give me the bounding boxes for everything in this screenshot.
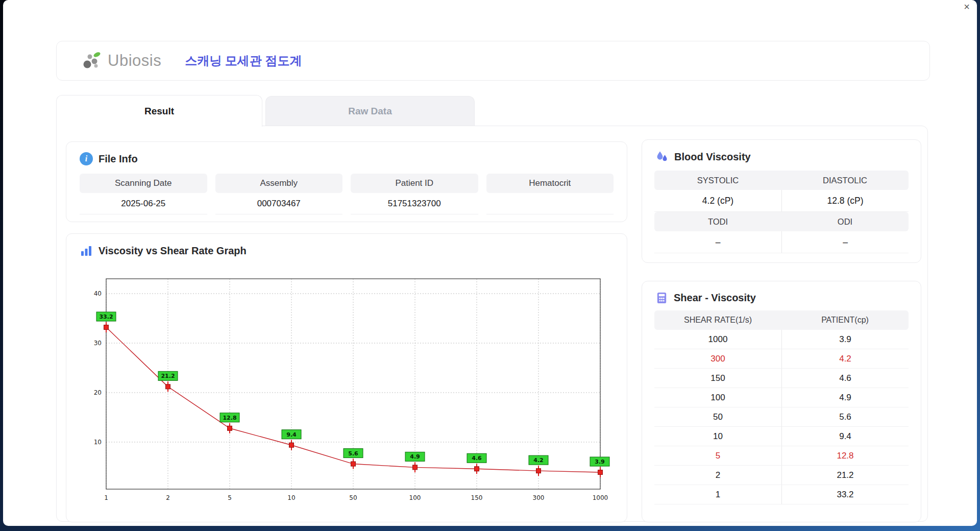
patient-value-cell: 12.8 xyxy=(781,446,909,466)
calculator-icon xyxy=(655,292,668,304)
shear-rate-cell: 2 xyxy=(654,466,781,485)
ubiosis-logo-icon xyxy=(80,50,104,71)
svg-text:3.9: 3.9 xyxy=(595,458,605,465)
blood-viscosity-title-text: Blood Viscosity xyxy=(674,151,751,163)
bv-value-cell: – xyxy=(654,231,781,253)
shear-table-row: 1504.6 xyxy=(654,369,909,388)
shear-viscosity-title-text: Shear - Viscosity xyxy=(674,292,756,304)
svg-text:10: 10 xyxy=(287,494,295,501)
field-label: Scanning Date xyxy=(80,174,207,193)
file-info-card: i File Info Scanning Date2025-06-25Assem… xyxy=(66,141,627,222)
viscosity-graph-card: Viscosity vs Shear Rate Graph 1020304012… xyxy=(66,233,627,522)
shear-rate-cell: 150 xyxy=(654,369,781,388)
shear-table-row: 512.8 xyxy=(654,446,909,466)
blood-viscosity-card: Blood Viscosity SYSTOLICDIASTOLIC4.2 (cP… xyxy=(642,139,921,263)
svg-text:33.2: 33.2 xyxy=(99,313,113,320)
bv-header-cell: DIASTOLIC xyxy=(781,171,909,190)
svg-text:150: 150 xyxy=(471,494,483,501)
bv-header-cell: TODI xyxy=(654,212,781,231)
field-label: Patient ID xyxy=(351,174,478,193)
blood-viscosity-row: TODIODI xyxy=(654,212,909,231)
svg-text:21.2: 21.2 xyxy=(161,373,175,379)
svg-text:12.8: 12.8 xyxy=(223,415,236,421)
field-label: Hematocrit xyxy=(486,174,614,193)
logo-text: Ubiosis xyxy=(108,52,161,70)
svg-text:4.9: 4.9 xyxy=(410,453,420,460)
blood-viscosity-title: Blood Viscosity xyxy=(642,140,921,163)
svg-text:100: 100 xyxy=(409,494,421,501)
svg-text:9.4: 9.4 xyxy=(286,431,297,438)
shear-rate-cell: 5 xyxy=(654,446,781,466)
bv-value-cell: 4.2 (cP) xyxy=(654,190,781,212)
shear-table-row: 505.6 xyxy=(654,407,909,427)
tab-raw-data[interactable]: Raw Data xyxy=(265,96,475,126)
file-info-field: Assembly000703467 xyxy=(215,174,343,214)
field-value: 000703467 xyxy=(215,193,343,214)
patient-value-cell: 3.9 xyxy=(781,330,909,349)
svg-text:4.2: 4.2 xyxy=(533,457,544,464)
shear-table-row: 3004.2 xyxy=(654,349,909,369)
page-title: 스캐닝 모세관 점도계 xyxy=(185,53,302,69)
droplets-icon xyxy=(655,150,669,163)
bv-value-cell: 12.8 (cP) xyxy=(781,190,909,212)
field-value: 2025-06-25 xyxy=(80,193,207,214)
shear-rate-cell: 10 xyxy=(654,427,781,446)
patient-value-cell: 5.6 xyxy=(781,407,909,427)
bar-chart-icon xyxy=(80,244,93,257)
shear-table-row: 109.4 xyxy=(654,427,909,446)
svg-text:5.6: 5.6 xyxy=(348,450,358,457)
patient-value-cell: 21.2 xyxy=(781,466,909,485)
svg-text:2: 2 xyxy=(166,494,170,501)
shear-rate-cell: 1000 xyxy=(654,330,781,349)
shear-table-header: SHEAR RATE(1/s) PATIENT(cp) xyxy=(654,310,909,330)
shear-rate-column-header: SHEAR RATE(1/s) xyxy=(654,310,781,330)
window-close-button[interactable]: × xyxy=(964,1,970,12)
file-info-field: Patient ID51751323700 xyxy=(351,174,478,214)
shear-viscosity-card: Shear - Viscosity SHEAR RATE(1/s) PATIEN… xyxy=(642,281,921,522)
tab-result[interactable]: Result xyxy=(56,95,262,127)
svg-text:10: 10 xyxy=(94,439,102,446)
file-info-title: i File Info xyxy=(66,142,627,165)
svg-text:4.6: 4.6 xyxy=(472,455,482,462)
patient-value-cell: 4.9 xyxy=(781,388,909,407)
viscosity-shear-rate-chart: 102030401251050100150300100033.221.212.8… xyxy=(80,267,610,506)
blood-viscosity-grid: SYSTOLICDIASTOLIC4.2 (cP)12.8 (cP)TODIOD… xyxy=(642,163,921,253)
field-value xyxy=(486,193,614,214)
app-window: × Ubiosis 스캐닝 모세관 점도계 Result Raw Data i … xyxy=(3,0,977,526)
svg-text:50: 50 xyxy=(349,494,357,501)
shear-rate-cell: 300 xyxy=(654,349,781,369)
blood-viscosity-row: 4.2 (cP)12.8 (cP) xyxy=(654,190,909,212)
bv-value-cell: – xyxy=(781,231,909,253)
svg-text:300: 300 xyxy=(533,494,545,501)
file-info-title-text: File Info xyxy=(99,153,138,165)
app-header: Ubiosis 스캐닝 모세관 점도계 xyxy=(56,41,930,81)
shear-rate-cell: 50 xyxy=(654,407,781,427)
shear-table-body: 10003.93004.21504.61004.9505.6109.4512.8… xyxy=(654,330,909,504)
file-info-field: Hematocrit xyxy=(486,174,614,214)
shear-rate-cell: 1 xyxy=(654,485,781,504)
shear-viscosity-table: SHEAR RATE(1/s) PATIENT(cp) 10003.93004.… xyxy=(642,304,921,504)
blood-viscosity-row: –– xyxy=(654,231,909,253)
patient-value-cell: 33.2 xyxy=(781,485,909,504)
svg-text:40: 40 xyxy=(94,290,102,297)
patient-value-cell: 4.2 xyxy=(781,349,909,369)
graph-title-text: Viscosity vs Shear Rate Graph xyxy=(99,245,247,257)
svg-text:1: 1 xyxy=(104,494,108,501)
patient-value-cell: 4.6 xyxy=(781,369,909,388)
graph-title: Viscosity vs Shear Rate Graph xyxy=(66,234,627,257)
result-tab-panel: i File Info Scanning Date2025-06-25Assem… xyxy=(56,126,928,522)
svg-text:30: 30 xyxy=(94,340,102,347)
shear-viscosity-title: Shear - Viscosity xyxy=(642,281,921,304)
ubiosis-logo: Ubiosis xyxy=(80,50,161,71)
svg-text:1000: 1000 xyxy=(593,494,608,501)
file-info-fields: Scanning Date2025-06-25Assembly000703467… xyxy=(66,165,627,214)
bv-header-cell: SYSTOLIC xyxy=(654,171,781,190)
blood-viscosity-row: SYSTOLICDIASTOLIC xyxy=(654,171,909,190)
file-info-field: Scanning Date2025-06-25 xyxy=(80,174,207,214)
field-label: Assembly xyxy=(215,174,343,193)
shear-table-row: 10003.9 xyxy=(654,330,909,349)
patient-column-header: PATIENT(cp) xyxy=(781,310,909,330)
shear-table-row: 133.2 xyxy=(654,485,909,504)
svg-text:5: 5 xyxy=(228,494,232,501)
bv-header-cell: ODI xyxy=(781,212,909,231)
